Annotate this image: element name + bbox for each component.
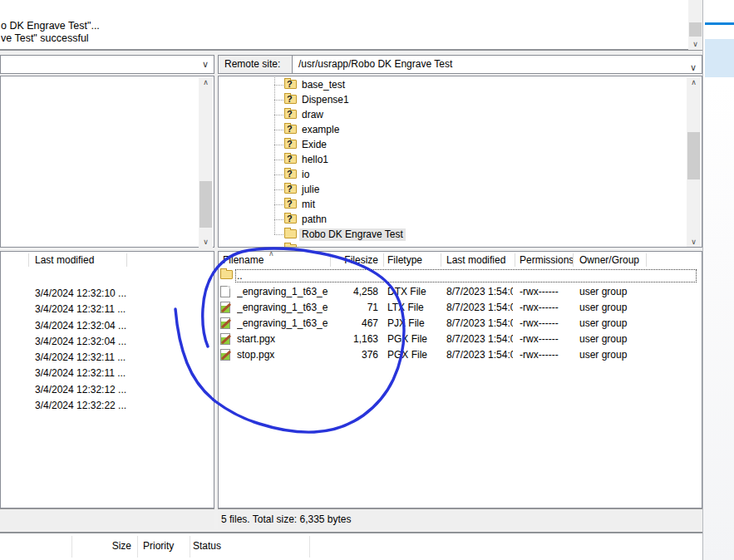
chevron-down-icon[interactable]: ∨ [202, 59, 209, 70]
file-permissions: -rwx------ [520, 333, 571, 345]
tree-item[interactable]: mit [219, 197, 687, 212]
file-row[interactable]: _engraving_1_t63_eng... 71 LTX File 8/7/… [219, 300, 702, 316]
file-row[interactable]: .. [219, 268, 702, 284]
scroll-up-icon[interactable]: ∧ [687, 77, 701, 88]
file-type: LTX File [387, 302, 439, 313]
column-divider[interactable] [126, 253, 127, 267]
tree-item-label: Robo DK Engrave Test [299, 228, 406, 241]
column-divider[interactable] [383, 253, 384, 267]
queue-column-priority[interactable]: Priority [143, 540, 174, 552]
scroll-down-icon[interactable]: ∨ [688, 39, 702, 50]
column-divider[interactable] [573, 253, 574, 267]
column-divider[interactable] [515, 253, 515, 267]
file-row[interactable]: _engraving_1_t63_eng... 467 PJX File 8/7… [219, 316, 702, 332]
tree-item[interactable]: Exide [219, 137, 687, 152]
local-status-bar [0, 508, 214, 529]
file-permissions: -rwx------ [520, 286, 571, 297]
file-icon [220, 302, 230, 313]
column-divider[interactable] [646, 253, 647, 267]
file-type: PGX File [387, 349, 439, 361]
column-header-filesize[interactable]: Filesize [305, 254, 378, 266]
remote-tree-panel: base_test Dispense1 draw example Exide [218, 76, 702, 248]
column-header-filename[interactable]: Filename [223, 254, 264, 266]
chevron-down-icon[interactable]: ∨ [690, 59, 697, 74]
file-type: PJX File [387, 317, 439, 329]
local-file-row[interactable]: 3/4/2024 12:32:11 ... [1, 366, 214, 381]
remote-tree: base_test Dispense1 draw example Exide [219, 77, 687, 248]
tree-item-label: mit [299, 199, 318, 211]
file-icon [220, 286, 230, 297]
local-file-row[interactable]: 3/4/2024 12:32:10 ... [1, 286, 214, 302]
file-owner-group: user group [579, 286, 644, 297]
tree-item[interactable]: draw [219, 107, 687, 122]
local-list-header[interactable]: Last modified [1, 252, 214, 268]
scroll-up-icon[interactable]: ∧ [199, 77, 213, 88]
file-row[interactable]: start.pgx 1,163 PGX File 8/7/2023 1:54:0… [219, 332, 702, 347]
column-header-owner-group[interactable]: Owner/Group [579, 254, 639, 266]
column-header-last-modified[interactable]: Last modified [35, 254, 94, 266]
file-last-modified: 8/7/2023 1:54:0... [446, 333, 513, 345]
file-last-modified: 8/7/2023 1:54:0... [446, 286, 513, 297]
local-file-row[interactable]: 3/4/2024 12:32:11 ... [1, 350, 214, 366]
column-divider[interactable] [28, 253, 29, 267]
column-header-last-modified[interactable]: Last modified [446, 254, 505, 266]
tree-connector [274, 204, 283, 205]
file-last-modified: 8/7/2023 1:54:0... [446, 349, 513, 361]
remote-tree-scrollbar[interactable]: ∧ ∨ [687, 77, 701, 248]
local-site-combobox[interactable]: ∨ [0, 55, 214, 74]
remote-file-rows: .. _engraving_1_t63_eng... 4,258 DTX Fil… [219, 268, 702, 363]
local-file-row[interactable]: 3/4/2024 12:32:11 ... [1, 302, 214, 317]
tree-item[interactable]: Robo DK Engrave Test [219, 227, 687, 242]
remote-site-combobox[interactable]: /usr/usrapp/Robo DK Engrave Test ∨ [292, 55, 702, 74]
tree-item[interactable]: io [219, 167, 687, 182]
local-file-row[interactable]: 3/4/2024 12:32:22 ... [1, 398, 214, 414]
file-size: 71 [305, 302, 378, 313]
tree-item[interactable]: hello1 [219, 152, 687, 167]
folder-icon [284, 184, 297, 194]
local-file-row[interactable]: 3/4/2024 12:32:04 ... [1, 334, 214, 350]
column-divider[interactable] [137, 536, 138, 558]
local-file-row[interactable]: 3/4/2024 12:32:12 ... [1, 382, 214, 398]
tree-item-label: julie [299, 184, 322, 196]
tree-item-label: base_test [299, 79, 347, 91]
queue-column-status[interactable]: Status [193, 540, 221, 552]
file-row[interactable]: stop.pgx 376 PGX File 8/7/2023 1:54:0...… [219, 347, 702, 363]
queue-column-size[interactable]: Size [71, 540, 131, 552]
remote-list-header[interactable]: Filename ∧ Filesize Filetype Last modifi… [219, 252, 702, 268]
tree-connector [274, 145, 283, 145]
column-divider[interactable] [441, 253, 441, 267]
tree-item[interactable]: base_test [219, 77, 687, 92]
tree-connector [274, 130, 283, 130]
file-row[interactable]: _engraving_1_t63_eng... 4,258 DTX File 8… [219, 284, 702, 300]
file-owner-group: user group [579, 302, 644, 313]
tree-item[interactable]: example [219, 122, 687, 137]
file-last-modified: 8/7/2023 1:54:0... [446, 317, 513, 329]
scroll-down-icon[interactable]: ∨ [687, 237, 701, 248]
tree-connector [274, 115, 283, 115]
file-permissions: -rwx------ [520, 349, 571, 361]
file-size: 376 [305, 349, 378, 361]
log-scrollbar[interactable]: ∨ [688, 0, 702, 50]
local-tree-scrollbar-thumb[interactable] [200, 181, 212, 228]
folder-icon [284, 244, 297, 248]
column-divider[interactable] [190, 536, 190, 558]
scroll-down-icon[interactable]: ∨ [199, 237, 213, 248]
column-header-filetype[interactable]: Filetype [387, 254, 422, 266]
tree-item[interactable]: julie [219, 182, 687, 197]
accent-line [705, 22, 734, 25]
local-tree-scrollbar[interactable]: ∧ ∨ [199, 77, 213, 248]
tree-item[interactable]: Dispense1 [219, 92, 687, 107]
tree-item[interactable] [219, 242, 687, 248]
tree-item[interactable]: pathn [219, 212, 687, 227]
tree-connector [274, 100, 283, 101]
remote-tree-scrollbar-thumb[interactable] [687, 132, 700, 179]
background-window-decorations [703, 0, 734, 560]
local-file-row[interactable]: 3/4/2024 12:32:04 ... [1, 318, 214, 334]
folder-icon [284, 95, 297, 104]
tree-item-label: example [299, 124, 342, 136]
column-header-permissions[interactable]: Permissions [520, 254, 574, 266]
column-divider[interactable] [309, 536, 310, 558]
background-window-strip [702, 0, 734, 560]
log-scrollbar-thumb[interactable] [689, 22, 702, 37]
sort-ascending-icon: ∧ [268, 251, 274, 258]
